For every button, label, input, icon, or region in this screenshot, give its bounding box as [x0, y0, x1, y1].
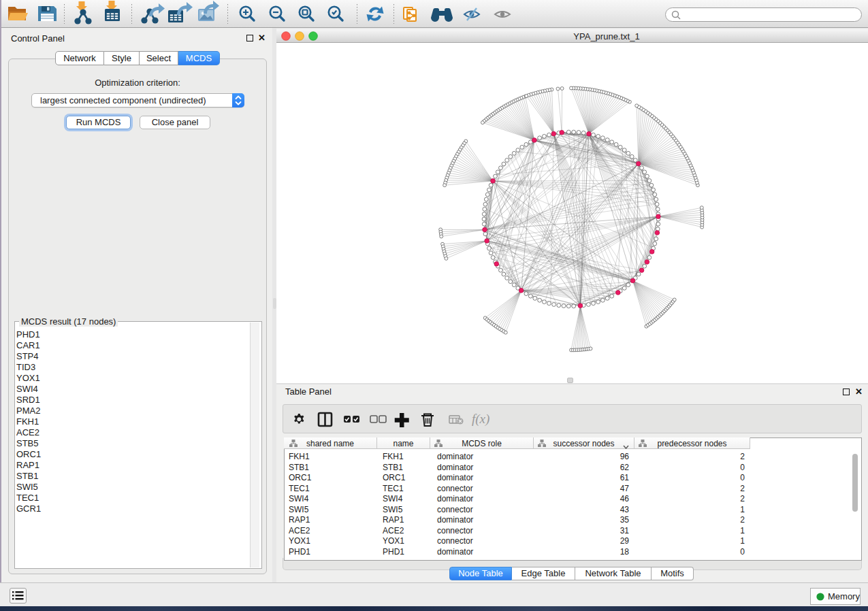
svg-text:f(x): f(x): [472, 412, 489, 427]
